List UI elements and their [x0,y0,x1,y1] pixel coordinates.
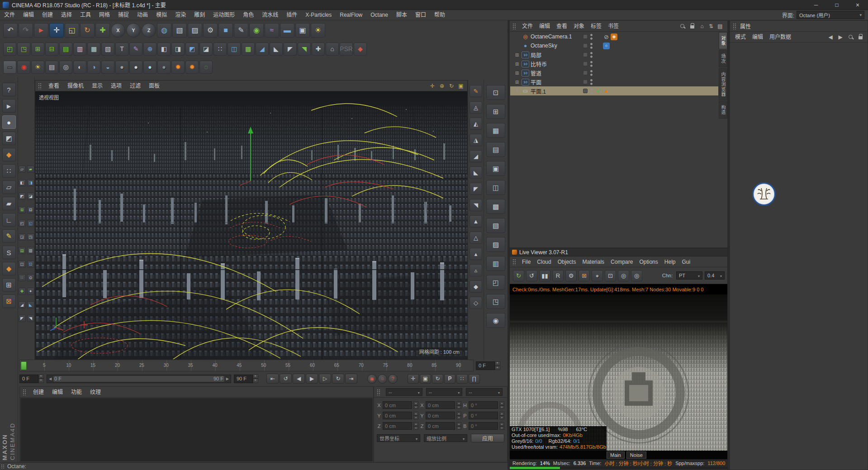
menu-item[interactable]: 文件 [519,21,536,31]
start-frame-value[interactable]: 0 F [19,375,38,383]
rotation-input[interactable]: 0 ° [469,412,498,419]
tool-icon[interactable]: ◳ [17,43,30,56]
visibility-dots[interactable] [589,78,593,86]
modeling-tool-icon[interactable]: ◧ [19,179,26,186]
scale-mode-dropdown[interactable]: 缩放比例 [424,434,467,442]
panel-grip[interactable] [512,23,517,29]
x-axis-lock-icon[interactable]: X [111,23,125,38]
octane-scatter-button[interactable]: ◌ [199,61,213,74]
sculpt-tool-icon[interactable]: ◥ [470,199,482,211]
menu-item[interactable]: 用户数据 [766,32,794,42]
render-view-icon[interactable]: ▧ [172,23,187,38]
object-name[interactable]: OctaneSky [531,43,581,49]
prev-key-button[interactable]: ↺ [280,374,292,384]
tool-icon[interactable]: ▥ [73,43,86,56]
modeling-tool-icon[interactable]: ◲ [19,233,26,241]
snap-tool-icon[interactable]: ▩ [486,199,505,214]
menu-item[interactable]: 选择 [57,10,76,20]
reset-render-button[interactable]: R [552,270,564,281]
sculpt-tool-icon[interactable]: ◬ [470,101,482,114]
manager-tab[interactable]: 内容浏览器 [719,68,727,100]
record-keyframe-button[interactable]: ◉ [367,374,377,384]
manager-tab[interactable]: 场次 [719,50,727,67]
tool-icon[interactable]: ▩ [242,43,255,56]
goto-end-button[interactable]: ⇥ [345,374,357,384]
menu-item[interactable]: 模式 [732,32,749,42]
sculpt-tool-icon[interactable]: ◭ [470,118,482,130]
menu-item[interactable]: Compare [607,257,636,267]
camera-icon[interactable]: ▣ [295,23,310,38]
menu-item[interactable]: 帮助 [430,10,449,20]
menu-item[interactable]: Options [636,257,661,267]
rotation-input[interactable]: 0 ° [469,401,498,409]
object-tag[interactable] [603,33,610,40]
modeling-tool-icon[interactable]: ⊙ [27,274,34,281]
enable-toggle[interactable] [583,80,588,84]
visibility-dots[interactable] [589,42,593,50]
modeling-tool-icon[interactable]: ⊟ [27,206,34,214]
menu-item[interactable]: 摄像机 [63,81,88,91]
viewport-scene[interactable]: 透视视图 网格间距 : 100 cm [35,91,467,359]
octane-hdri-environment-button[interactable]: ◒ [101,61,114,74]
modeling-tool-icon[interactable]: ◢ [19,301,26,309]
modeling-tool-icon[interactable]: ◤ [19,315,26,322]
help-icon[interactable]: ? [2,83,16,96]
record-scale-toggle[interactable]: ▣ [420,374,431,384]
modeling-tool-icon[interactable]: ◥ [27,315,34,322]
object-row[interactable]: OctaneSky [510,41,718,50]
size-input[interactable]: 0 cm [426,412,455,419]
end-frame-value[interactable]: 90 F [234,375,253,383]
octane-target-light-button[interactable]: ◎ [59,61,72,74]
start-render-button[interactable]: ↻ [513,270,524,281]
menu-item[interactable]: X-Particles [301,10,336,20]
start-frame-spinner[interactable]: 0 F [19,375,44,383]
subdivision-surface-icon[interactable]: ◉ [249,23,264,38]
octane-diffuse-material-button[interactable]: ● [115,61,128,74]
modeling-tool-icon[interactable]: ◰ [19,220,26,227]
octane-glossy-material-button[interactable]: ● [129,61,142,74]
enable-toggle[interactable] [583,52,588,57]
menu-item[interactable]: 工具 [76,10,95,20]
polygons-mode-icon[interactable]: ▰ [2,197,16,210]
modeling-tool-icon[interactable]: ▱ [19,166,26,173]
stepper-arrows[interactable] [495,361,500,370]
coordinate-header-dropdown[interactable]: -- [466,388,503,396]
octane-daylight-button[interactable]: ☀ [31,61,44,74]
symmetry-icon[interactable]: S [2,246,16,259]
tool-icon[interactable]: ▤ [59,43,72,56]
stepper[interactable] [413,412,418,419]
render-preview[interactable]: GTX 1070[T][6.1] %98 63°C Out-of-core us… [510,294,727,451]
tool-icon[interactable]: ▦ [87,43,100,56]
stepper-arrows[interactable] [253,375,258,383]
visibility-dots[interactable] [589,51,593,59]
menu-item[interactable]: 对象 [570,21,588,31]
lod-dropdown[interactable]: 0.4 [705,271,725,280]
rotate-tool-icon[interactable]: ↻ [80,23,95,38]
edges-mode-icon[interactable]: ▱ [2,180,16,194]
menu-item[interactable]: Octane [366,10,392,20]
texture-mode-icon[interactable]: ◩ [2,132,16,145]
panel-grip[interactable] [23,389,27,395]
titlebar[interactable]: CINEMA 4D R18.057 Studio (RC - R18) - [未… [0,0,868,10]
stepper[interactable] [456,401,461,409]
frame-value[interactable]: 0 F [476,361,495,370]
z-axis-lock-icon[interactable]: Z [142,23,156,38]
enable-toggle[interactable] [583,71,588,75]
visibility-dots[interactable] [589,69,593,77]
make-editable-icon[interactable]: ◆ [2,148,16,161]
pick-material-button[interactable]: ● [592,270,603,281]
object-row[interactable]: └ 平面.1 ✓ [510,86,718,95]
sculpt-tool-icon[interactable]: ◢ [470,150,482,162]
lock-icon[interactable] [688,23,696,30]
expand-toggle[interactable]: ⊞ [514,80,520,85]
tool-icon[interactable]: ⌂ [326,43,339,56]
object-name[interactable]: 平面.1 [531,87,581,95]
octane-texture-environment-button[interactable]: ◑ [87,61,100,74]
menu-item[interactable]: 动画 [133,10,152,20]
snap-tool-icon[interactable]: ⊞ [486,104,505,119]
search-icon[interactable] [678,23,686,30]
live-viewer-titlebar[interactable]: Live Viewer 3.07-R1 [510,248,727,256]
menu-item[interactable]: 捕捉 [114,10,133,20]
stepper[interactable] [499,412,504,419]
panel-grip[interactable] [1,464,5,469]
